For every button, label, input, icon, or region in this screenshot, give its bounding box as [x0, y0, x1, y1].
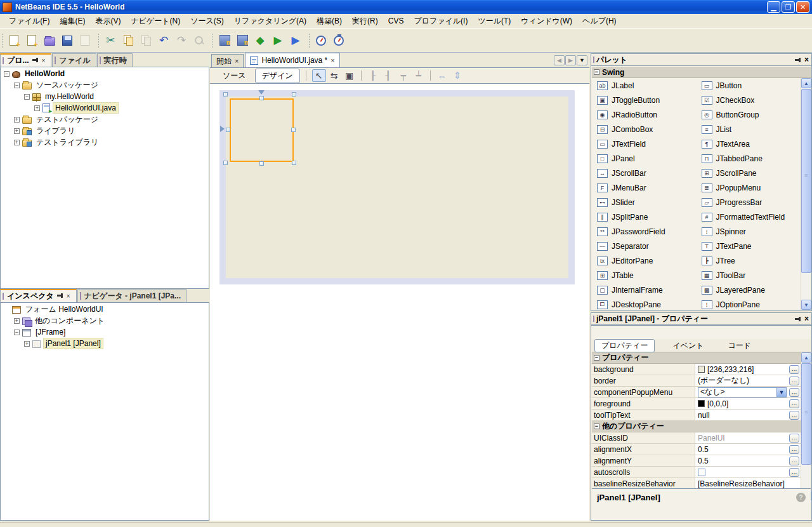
toolbar-button-new-file[interactable] [5, 32, 23, 50]
property-combo[interactable]: <なし>▼ [698, 387, 787, 397]
properties-scrollbar[interactable]: ▲ ▼ [801, 352, 811, 501]
projects-tree-row-0[interactable]: −HelloWorld [1, 68, 208, 79]
resize-horizontal-icon[interactable]: ⇔ [435, 69, 449, 82]
connection-mode-icon[interactable]: ⇆ [327, 69, 341, 82]
resize-handle-bottom-center[interactable] [259, 161, 264, 166]
resize-handle-bottom-right[interactable] [292, 161, 296, 165]
property-row-autoscrolls[interactable]: autoscrolls… [592, 467, 801, 478]
toolbar-button-paste[interactable] [137, 32, 155, 50]
menu-edit[interactable]: 編集(E) [55, 14, 90, 29]
toolbar-button-profile-stopwatch[interactable] [330, 32, 348, 50]
preview-design-icon[interactable]: ▣ [343, 69, 357, 82]
toolbar-button-open-project[interactable] [41, 32, 58, 50]
doc-tab-helloworldui[interactable]: HelloWorldUI.java *× [245, 53, 339, 67]
menu-navigate[interactable]: ナビゲート(N) [126, 14, 185, 29]
toolbar-button-run-main-project[interactable]: ◆ [251, 32, 269, 50]
palette-scrollbar[interactable]: ▲ ▼ [801, 78, 811, 310]
palette-item-jtabbedpane[interactable]: ⊓JTabbedPane [697, 151, 801, 166]
properties-tab-events[interactable]: イベント [666, 340, 710, 352]
palette-item-jtogglebutton[interactable]: ▣JToggleButton [592, 93, 697, 107]
palette-item-jsplitpane[interactable]: ∥JSplitPane [592, 210, 697, 224]
properties-close-icon[interactable]: × [804, 314, 809, 323]
plus-expander-icon[interactable]: + [34, 105, 40, 111]
ellipsis-button[interactable]: … [789, 377, 799, 385]
menu-view[interactable]: 表示(V) [90, 14, 126, 29]
resize-handle-top-left[interactable] [223, 92, 228, 97]
inspector-tree-row-2[interactable]: −[JFrame] [1, 326, 208, 338]
align-top-icon[interactable]: ┯ [396, 69, 410, 82]
projects-tab-files[interactable]: ファイル [52, 53, 96, 67]
toolbar-button-new-project[interactable] [23, 32, 41, 50]
doc-tab-start[interactable]: 開始× [211, 54, 244, 67]
inspector-close-icon[interactable]: × [66, 293, 71, 300]
restore-button[interactable]: ❐ [782, 1, 795, 13]
property-section-1[interactable]: −他のプロパティー [592, 421, 801, 432]
inspector-tree-row-3[interactable]: +jPanel1 [JPanel] [1, 338, 208, 349]
plus-expander-icon[interactable]: + [14, 128, 20, 134]
toolbar-button-profile[interactable] [312, 32, 330, 50]
minimize-button[interactable]: ▁ [767, 1, 780, 13]
selected-jpanel1[interactable] [230, 98, 294, 162]
palette-item-jlabel[interactable]: abJLabel [592, 78, 697, 93]
palette-item-jpopupmenu[interactable]: ≣JPopupMenu [697, 180, 801, 195]
projects-pin-icon[interactable] [32, 57, 39, 64]
collapse-icon[interactable]: − [594, 355, 599, 361]
palette-item-jinternalframe[interactable]: ▢JInternalFrame [592, 283, 697, 297]
toolbar-button-undo[interactable]: ↶ [155, 32, 173, 50]
inspector-pin-icon[interactable] [56, 293, 63, 300]
resize-handle-mid-left[interactable] [226, 128, 230, 132]
palette-item-jcombobox[interactable]: ⊟JComboBox [592, 122, 697, 137]
menu-tools[interactable]: ツール(T) [473, 14, 516, 29]
form-designer-canvas[interactable] [210, 84, 589, 521]
toolbar-button-save-all[interactable] [58, 32, 76, 50]
palette-item-jtextarea[interactable]: ¶JTextArea [697, 137, 801, 151]
collapse-icon[interactable]: − [594, 424, 599, 429]
palette-item-jprogressbar[interactable]: ▱JProgressBar [697, 195, 801, 210]
property-row-border[interactable]: border(ボーダーなし)… [592, 375, 801, 387]
projects-tree-row-2[interactable]: −my.HelloWorld [1, 91, 208, 102]
property-row-background[interactable]: background[236,233,216]… [592, 364, 801, 375]
selection-mode-icon[interactable]: ↖ [312, 69, 326, 82]
close-button[interactable]: ✕ [796, 1, 809, 13]
projects-tree-row-6[interactable]: +テストライブラリ [1, 137, 208, 148]
menu-build[interactable]: 構築(B) [311, 14, 347, 29]
toolbar-button-run-file[interactable]: ▶ [269, 32, 287, 50]
align-bottom-icon[interactable]: ┷ [412, 69, 426, 82]
minus-expander-icon[interactable]: − [24, 94, 30, 100]
palette-item-jformattedtextfield[interactable]: #JFormattedTextField [697, 210, 801, 224]
resize-handle-top-right[interactable] [292, 92, 296, 97]
source-view-button[interactable]: ソース [216, 69, 252, 83]
scroll-thumb[interactable] [801, 363, 811, 465]
palette-item-jslider[interactable]: ⊷JSlider [592, 195, 697, 210]
palette-close-icon[interactable]: × [804, 55, 809, 64]
ellipsis-button[interactable]: … [789, 468, 799, 477]
scroll-thumb[interactable] [801, 89, 811, 273]
toolbar-button-cut[interactable]: ✂ [102, 32, 119, 50]
palette-section-swing[interactable]: − Swing [592, 67, 811, 78]
toolbar-button-copy[interactable] [119, 32, 137, 50]
inspector-tab-inspector[interactable]: インスペクタ× [0, 289, 77, 302]
collapse-icon[interactable]: − [594, 69, 599, 75]
property-row-foreground[interactable]: foreground[0,0,0]… [592, 398, 801, 410]
palette-item-jlayeredpane[interactable]: ▩JLayeredPane [697, 283, 801, 297]
property-row-toolTipText[interactable]: toolTipTextnull… [592, 410, 801, 421]
jframe-design-surface[interactable] [219, 90, 575, 284]
projects-tree-row-4[interactable]: +テストパッケージ [1, 114, 208, 125]
property-row-UIClassID[interactable]: UIClassIDPanelUI… [592, 432, 801, 444]
palette-item-buttongroup[interactable]: ◎ButtonGroup [697, 107, 801, 122]
palette-item-jtable[interactable]: ⊞JTable [592, 268, 697, 283]
tab-close-icon[interactable]: × [235, 57, 239, 65]
property-section-0[interactable]: −プロパティー [592, 352, 801, 364]
projects-tab-projects[interactable]: プロ...× [0, 53, 51, 67]
palette-item-jtextpane[interactable]: TJTextPane [697, 239, 801, 253]
plus-expander-icon[interactable]: + [24, 341, 30, 347]
palette-item-jcheckbox[interactable]: ☑JCheckBox [697, 93, 801, 107]
menu-window[interactable]: ウィンドウ(W) [516, 14, 577, 29]
toolbar-button-debug-main-project[interactable]: ▶ [287, 32, 304, 50]
scroll-tabs-right-icon[interactable]: ▶ [565, 55, 576, 65]
menu-cvs[interactable]: CVS [383, 15, 409, 27]
toolbar-button-redo[interactable]: ↷ [173, 32, 190, 50]
ellipsis-button[interactable]: … [789, 457, 799, 465]
property-row-componentPopupMenu[interactable]: componentPopupMenu<なし>▼… [592, 387, 801, 398]
ellipsis-button[interactable]: … [789, 445, 799, 454]
